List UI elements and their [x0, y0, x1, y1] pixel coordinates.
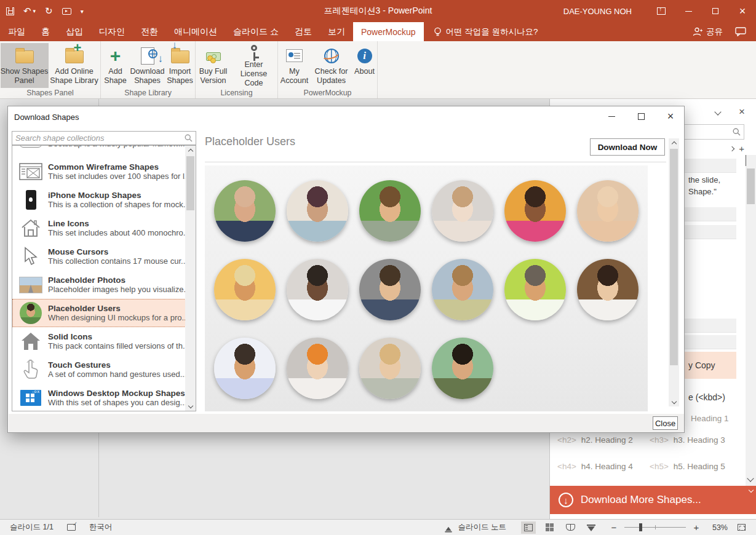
scroll-up-icon[interactable] [746, 155, 746, 166]
pane-item-heading1[interactable]: Heading 1 [691, 414, 729, 423]
redo-icon[interactable]: ↻ [45, 6, 53, 17]
avatar-woman-orange-bob[interactable] [287, 338, 348, 399]
zoom-in-button[interactable]: + [692, 522, 701, 533]
tab-insert[interactable]: 삽입 [58, 22, 91, 41]
list-item-touch-gestures[interactable]: Touch GesturesA set of common hand gestu… [12, 355, 186, 384]
avatar-woman-outdoors[interactable] [432, 259, 493, 320]
avatar-smiling-woman-pink-top[interactable] [504, 180, 566, 242]
scroll-down-icon[interactable] [747, 475, 754, 482]
reading-view-button[interactable] [563, 521, 578, 534]
tab-view[interactable]: 보기 [320, 22, 353, 41]
collections-scrollbar[interactable] [185, 146, 196, 411]
list-item-placeholder-photos[interactable]: Placeholder PhotosPlaceholder images hel… [12, 271, 186, 299]
collapse-icon[interactable] [749, 488, 754, 493]
expand-icon[interactable] [730, 146, 734, 151]
preview-scrollbar[interactable] [669, 138, 679, 406]
import-shapes-button[interactable]: ↓ Import Shapes [165, 43, 195, 88]
avatar-woman-red-glasses[interactable] [287, 180, 348, 242]
show-shapes-panel-button[interactable]: Show Shapes Panel [1, 43, 49, 88]
zoom-level[interactable]: 53% [707, 523, 728, 532]
avatar-woman-dark-hair-office[interactable] [577, 259, 639, 320]
add-shape-button[interactable]: + Add Shape [101, 43, 130, 88]
group-label-licensing: Licensing [196, 89, 277, 97]
tab-powermockup[interactable]: PowerMockup [353, 22, 424, 41]
avatar-woman-straw-hat[interactable] [214, 259, 276, 320]
tab-transitions[interactable]: 전환 [133, 22, 166, 41]
dialog-close-icon[interactable]: × [663, 110, 678, 122]
avatar-shaggy-man-sunglasses[interactable] [359, 180, 421, 242]
list-item-iphone-mockup-shapes[interactable]: iPhone Mockup ShapesThis is a collection… [12, 186, 186, 214]
about-button[interactable]: i About [352, 43, 377, 88]
pane-item-heading3[interactable]: <h3>h3. Heading 3 [650, 435, 742, 445]
add-online-shape-library-button[interactable]: + Add Online Shape Library [49, 43, 100, 88]
avatar-laughing-man-sunglasses[interactable] [214, 338, 276, 399]
comments-icon[interactable] [735, 27, 746, 36]
avatar-man-glasses-black-tie[interactable] [287, 259, 348, 320]
avatar-man-curly-glasses-cardigan[interactable] [432, 338, 493, 399]
notes-toggle-icon[interactable] [445, 526, 452, 530]
maximize-button[interactable] [702, 0, 729, 22]
avatar-man-green-tie[interactable] [504, 259, 566, 320]
close-button[interactable]: × [729, 0, 756, 22]
house-solid-icon [20, 331, 41, 351]
list-item-line-icons[interactable]: Line IconsThis set includes about 400 mo… [12, 214, 186, 242]
tab-slideshow[interactable]: 슬라이드 쇼 [225, 22, 287, 41]
slide-sorter-view-button[interactable] [542, 521, 557, 534]
normal-view-button[interactable] [521, 521, 536, 534]
shape-collections-search-input[interactable]: Search shape collections [12, 131, 196, 145]
proofing-icon[interactable] [67, 524, 76, 531]
pane-item-heading2[interactable]: <h2>h2. Heading 2 [557, 435, 650, 445]
list-item-placeholder-users[interactable]: Placeholder UsersWhen designing UI mocku… [12, 299, 186, 327]
list-item-mouse-cursors[interactable]: Mouse CursorsThis collection contains 17… [12, 242, 186, 271]
check-for-updates-button[interactable]: Check for Updates [311, 43, 352, 88]
pane-scrollbar[interactable] [746, 155, 756, 486]
download-shapes-button[interactable]: ↓ Download Shapes [130, 43, 165, 88]
download-now-button[interactable]: Download Now [590, 138, 665, 156]
buy-full-version-button[interactable]: Buy Full Version [196, 43, 231, 88]
tab-file[interactable]: 파일 [0, 22, 33, 41]
list-item-solid-icons[interactable]: Solid IconsThis pack contains filled ver… [12, 327, 186, 355]
customize-qat-icon[interactable]: ▾ [81, 8, 84, 15]
tab-animations[interactable]: 애니메이션 [166, 22, 225, 41]
ribbon-group-powermockup: My Account Check for Updates i About Pow… [278, 41, 378, 98]
avatar-person-round-glasses[interactable] [577, 180, 639, 242]
pane-close-icon[interactable]: × [739, 106, 745, 117]
enter-license-code-button[interactable]: Enter License Code [231, 43, 277, 88]
account-user-name[interactable]: DAE-YOUNG NOH [563, 7, 632, 16]
slide-counter[interactable]: 슬라이드 1/1 [10, 522, 54, 533]
avatar-young-man-short-hair[interactable] [359, 259, 421, 320]
download-more-shapes-button[interactable]: ↓ Download More Shapes... [550, 486, 756, 514]
pane-item-heading5[interactable]: <h5>h5. Heading 5 [650, 462, 742, 471]
start-slideshow-icon[interactable] [62, 8, 71, 15]
slideshow-view-button[interactable] [584, 521, 599, 534]
pane-item-heading4[interactable]: <h4>h4. Heading 4 [557, 462, 650, 471]
ribbon-display-options-icon[interactable] [648, 0, 675, 22]
fit-to-window-button[interactable] [734, 521, 749, 534]
dialog-maximize-button[interactable] [634, 110, 648, 122]
share-button[interactable]: 공유 [693, 26, 723, 38]
add-icon[interactable]: + [739, 143, 744, 154]
undo-icon[interactable]: ↶▾ [23, 6, 36, 17]
my-account-button[interactable]: My Account [279, 43, 311, 88]
dialog-close-button[interactable]: Close [653, 416, 678, 430]
dialog-minimize-button[interactable] [604, 110, 619, 122]
save-icon[interactable] [6, 7, 14, 15]
tab-design[interactable]: 디자인 [91, 22, 133, 41]
avatar-blonde-woman[interactable] [359, 338, 421, 399]
zoom-slider[interactable] [624, 527, 686, 528]
list-item-common-wireframe-shapes[interactable]: Common Wireframe ShapesThis set includes… [12, 157, 186, 186]
avatar-pale-woman-closeup[interactable] [432, 180, 493, 242]
pane-menu-icon[interactable] [714, 108, 721, 115]
group-label-powermockup: PowerMockup [278, 89, 377, 97]
list-item-windows-desktop-mockup-shapes[interactable]: Windows Desktop Mockup ShapesWith this s… [12, 384, 186, 411]
notes-toggle-label[interactable]: 슬라이드 노트 [458, 522, 506, 533]
minimize-button[interactable] [675, 0, 702, 22]
avatar-bald-man-suit[interactable] [214, 180, 276, 242]
tab-review[interactable]: 검토 [287, 22, 320, 41]
zoom-slider-thumb[interactable] [639, 523, 642, 531]
tell-me-box[interactable]: 어떤 작업을 원하시나요? [434, 22, 538, 41]
zoom-out-button[interactable]: − [610, 522, 618, 533]
list-item-bootstrap[interactable]: Bootstrap is a widely popular framew... [12, 145, 186, 157]
language-indicator[interactable]: 한국어 [89, 522, 113, 533]
tab-home[interactable]: 홈 [33, 22, 58, 41]
